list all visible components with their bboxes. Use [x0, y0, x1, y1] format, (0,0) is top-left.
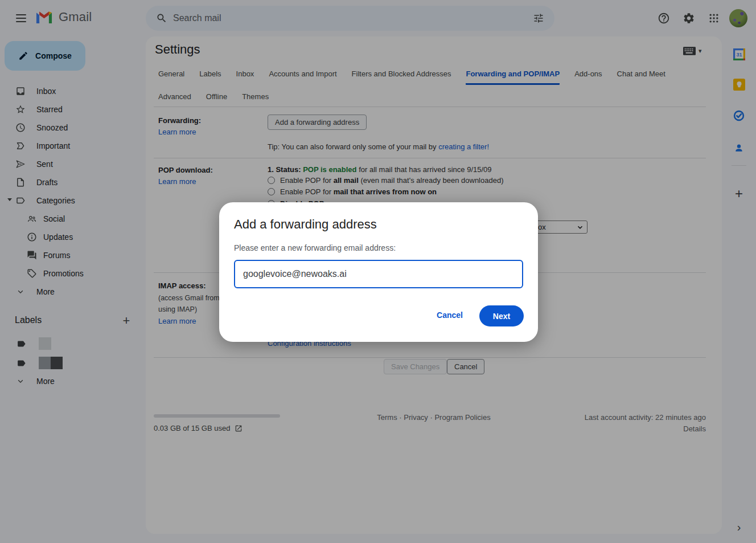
dialog-title: Add a forwarding address — [234, 217, 377, 232]
dialog-cancel-button[interactable]: Cancel — [437, 311, 463, 320]
forwarding-email-input[interactable] — [234, 260, 523, 288]
add-forwarding-address-dialog: Add a forwarding address Please enter a … — [219, 202, 538, 342]
dialog-next-button[interactable]: Next — [479, 305, 524, 326]
dialog-prompt: Please enter a new forwarding email addr… — [234, 243, 396, 252]
